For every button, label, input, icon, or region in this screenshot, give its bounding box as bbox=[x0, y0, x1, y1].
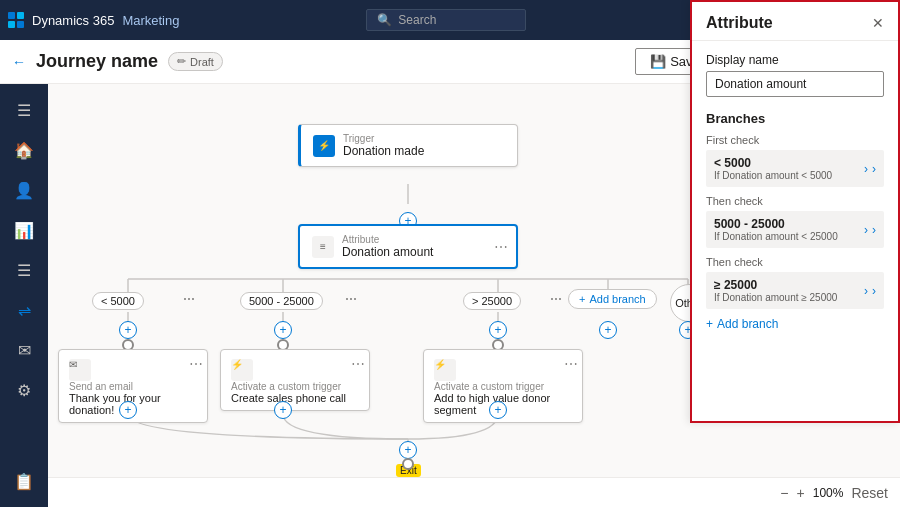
email-icon: ✉ bbox=[69, 359, 91, 381]
action-label-2: Activate a custom trigger bbox=[231, 381, 346, 392]
add-branch-button[interactable]: + Add branch bbox=[568, 289, 657, 309]
branch-condition-3: If Donation amount ≥ 25000 bbox=[714, 292, 837, 303]
zoom-level: 100% bbox=[813, 486, 844, 500]
add-btn-b3[interactable]: + bbox=[489, 321, 507, 339]
panel-body: Display name Branches First check < 5000… bbox=[692, 41, 898, 421]
action-menu-3[interactable]: ⋯ bbox=[564, 356, 578, 372]
sidebar-settings-icon[interactable]: ⚙ bbox=[6, 372, 42, 408]
sidebar-bottom-icon[interactable]: 📋 bbox=[6, 463, 42, 499]
branch-item-3[interactable]: ≥ 25000 If Donation amount ≥ 25000 › › bbox=[706, 272, 884, 309]
add-branch-panel-label: Add branch bbox=[717, 317, 778, 331]
check-label-3: Then check bbox=[706, 256, 884, 268]
draft-label: Draft bbox=[190, 56, 214, 68]
action-menu-1[interactable]: ⋯ bbox=[189, 356, 203, 372]
display-name-input[interactable] bbox=[706, 71, 884, 97]
zoom-out-button[interactable]: − bbox=[780, 485, 788, 501]
exit-circle bbox=[402, 458, 414, 470]
branch-arrow-1[interactable]: › bbox=[864, 162, 868, 176]
branch-label-1: < 5000 bbox=[92, 292, 144, 310]
branch-chevron-3[interactable]: › bbox=[872, 284, 876, 298]
search-placeholder: Search bbox=[398, 13, 436, 27]
sidebar-people-icon[interactable]: 👤 bbox=[6, 172, 42, 208]
attribute-name: Donation amount bbox=[342, 245, 433, 259]
branch-menu-2[interactable]: ⋯ bbox=[343, 291, 359, 307]
check-label-1: First check bbox=[706, 134, 884, 146]
branch-item-1[interactable]: < 5000 If Donation amount < 5000 › › bbox=[706, 150, 884, 187]
add-branch-plus-icon: + bbox=[706, 317, 713, 331]
app-layout: ☰ 🏠 👤 📊 ☰ ⇌ ✉ ⚙ 📋 bbox=[0, 84, 900, 507]
add-btn-exit2[interactable]: + bbox=[274, 401, 292, 419]
zoom-bar: − + 100% Reset bbox=[48, 477, 900, 507]
branch-menu-3[interactable]: ⋯ bbox=[548, 291, 564, 307]
search-box[interactable]: 🔍 Search bbox=[366, 9, 526, 31]
sidebar-menu-icon[interactable]: ☰ bbox=[6, 92, 42, 128]
search-icon: 🔍 bbox=[377, 13, 392, 27]
sidebar-list-icon[interactable]: ☰ bbox=[6, 252, 42, 288]
branch-arrow-2[interactable]: › bbox=[864, 223, 868, 237]
attribute-panel: Attribute ✕ Display name Branches First … bbox=[690, 0, 900, 423]
branch-menu-1[interactable]: ⋯ bbox=[181, 291, 197, 307]
save-icon: 💾 bbox=[650, 54, 666, 69]
attribute-node[interactable]: ≡ Attribute Donation amount ⋯ bbox=[298, 224, 518, 269]
add-btn-converge[interactable]: + bbox=[399, 441, 417, 459]
add-btn-exit1[interactable]: + bbox=[119, 401, 137, 419]
sidebar-email-icon[interactable]: ✉ bbox=[6, 332, 42, 368]
attribute-label: Attribute bbox=[342, 234, 433, 245]
action-node-2[interactable]: ⚡ Activate a custom trigger Create sales… bbox=[220, 349, 370, 411]
branches-label: Branches bbox=[706, 111, 884, 126]
trigger-node[interactable]: ⚡ Trigger Donation made bbox=[298, 124, 518, 167]
add-btn-b2[interactable]: + bbox=[274, 321, 292, 339]
panel-close-button[interactable]: ✕ bbox=[872, 15, 884, 31]
app-module: Marketing bbox=[122, 13, 179, 28]
sidebar-chart-icon[interactable]: 📊 bbox=[6, 212, 42, 248]
branch-arrow-3[interactable]: › bbox=[864, 284, 868, 298]
sidebar-home-icon[interactable]: 🏠 bbox=[6, 132, 42, 168]
display-name-label: Display name bbox=[706, 53, 884, 67]
branch-condition-2: If Donation amount < 25000 bbox=[714, 231, 838, 242]
branch-chevron-2[interactable]: › bbox=[872, 223, 876, 237]
branch-label-2: 5000 - 25000 bbox=[240, 292, 323, 310]
add-btn-exit3[interactable]: + bbox=[489, 401, 507, 419]
app-logo bbox=[8, 12, 24, 28]
add-btn-b1[interactable]: + bbox=[119, 321, 137, 339]
trigger-icon: ⚡ bbox=[313, 135, 335, 157]
branch-value-1: < 5000 bbox=[714, 156, 832, 170]
zoom-reset-button[interactable]: Reset bbox=[851, 485, 888, 501]
add-icon: + bbox=[579, 293, 585, 305]
branch-chevron-1[interactable]: › bbox=[872, 162, 876, 176]
action-label-3: Activate a custom trigger bbox=[434, 381, 572, 392]
branch-label-3: > 25000 bbox=[463, 292, 521, 310]
attribute-menu[interactable]: ⋯ bbox=[494, 239, 508, 255]
trigger3-icon: ⚡ bbox=[434, 359, 456, 381]
branch-item-2[interactable]: 5000 - 25000 If Donation amount < 25000 … bbox=[706, 211, 884, 248]
check-label-2: Then check bbox=[706, 195, 884, 207]
add-branch-panel-button[interactable]: + Add branch bbox=[706, 317, 884, 331]
sidebar-journey-icon[interactable]: ⇌ bbox=[6, 292, 42, 328]
action-menu-2[interactable]: ⋯ bbox=[351, 356, 365, 372]
branch-value-2: 5000 - 25000 bbox=[714, 217, 838, 231]
branch-value-3: ≥ 25000 bbox=[714, 278, 837, 292]
panel-title: Attribute bbox=[706, 14, 773, 32]
left-sidebar: ☰ 🏠 👤 📊 ☰ ⇌ ✉ ⚙ 📋 bbox=[0, 84, 48, 507]
back-button[interactable]: ← bbox=[12, 54, 26, 70]
attribute-icon: ≡ bbox=[312, 236, 334, 258]
add-btn-b4[interactable]: + bbox=[599, 321, 617, 339]
app-product: Dynamics 365 bbox=[32, 13, 114, 28]
trigger2-icon: ⚡ bbox=[231, 359, 253, 381]
action-label-1: Send an email bbox=[69, 381, 197, 392]
page-title: Journey name bbox=[36, 51, 158, 72]
branch-condition-1: If Donation amount < 5000 bbox=[714, 170, 832, 181]
draft-icon: ✏ bbox=[177, 55, 186, 68]
status-badge: ✏ Draft bbox=[168, 52, 223, 71]
panel-header: Attribute ✕ bbox=[692, 2, 898, 41]
trigger-name: Donation made bbox=[343, 144, 424, 158]
zoom-in-button[interactable]: + bbox=[797, 485, 805, 501]
trigger-label: Trigger bbox=[343, 133, 424, 144]
